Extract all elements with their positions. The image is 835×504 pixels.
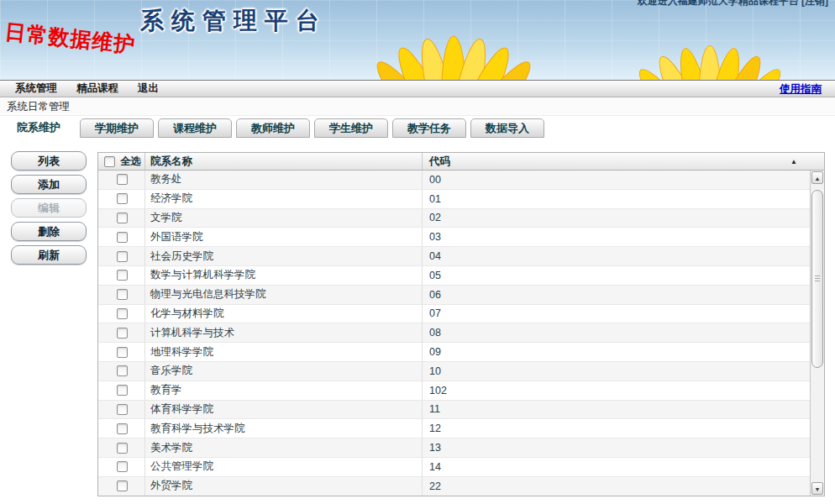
table-row[interactable]: 教务处00 xyxy=(98,171,810,190)
row-checkbox[interactable] xyxy=(117,365,128,376)
row-select-cell xyxy=(98,209,145,228)
dept-code-cell: 06 xyxy=(423,286,810,304)
department-table: 全选 院系名称 代码 ▲ 教务处00经济学院01文学院02外国语学院03社会历史… xyxy=(97,152,825,496)
menu-item-logout[interactable]: 退出 xyxy=(138,81,159,96)
dept-code-cell: 09 xyxy=(423,343,810,361)
scroll-down-button[interactable]: ▼ xyxy=(811,482,823,495)
table-row[interactable]: 计算机科学与技术08 xyxy=(98,323,810,343)
row-checkbox[interactable] xyxy=(117,213,128,223)
tab-student-maintenance[interactable]: 学生维护 xyxy=(314,118,388,138)
table-row[interactable]: 社会历史学院04 xyxy=(98,247,810,266)
dept-name-cell: 文学院 xyxy=(145,209,423,228)
dept-name-cell: 化学与材料学院 xyxy=(145,305,423,323)
dept-code-cell: 11 xyxy=(423,401,810,419)
list-button[interactable]: 列表 xyxy=(11,151,87,171)
table-row[interactable]: 教育学102 xyxy=(98,381,810,401)
row-select-cell xyxy=(98,419,145,438)
scroll-up-button[interactable]: ▲ xyxy=(811,171,823,184)
table-row[interactable]: 公共管理学院14 xyxy=(98,458,810,477)
page: 欢迎进入福建师范大学精品课程平台 [注销] 日常数据维护 系统管理平台 系统管理… xyxy=(0,0,835,504)
row-checkbox[interactable] xyxy=(117,423,128,434)
column-header-name[interactable]: 院系名称 xyxy=(145,153,423,170)
select-all-header: 全选 xyxy=(98,153,145,170)
row-checkbox[interactable] xyxy=(117,193,128,204)
dept-name-cell: 社会历史学院 xyxy=(145,247,423,265)
row-checkbox[interactable] xyxy=(117,328,128,339)
menu-item-quality-courses[interactable]: 精品课程 xyxy=(76,81,118,96)
dept-name-cell: 外国语学院 xyxy=(145,228,423,246)
dept-name-cell: 数学与计算机科学学院 xyxy=(145,266,423,285)
row-checkbox[interactable] xyxy=(117,289,128,300)
refresh-button[interactable]: 刷新 xyxy=(11,245,87,265)
row-checkbox[interactable] xyxy=(117,404,128,415)
row-checkbox[interactable] xyxy=(117,270,128,281)
breadcrumb: 系统日常管理 xyxy=(0,97,835,116)
row-checkbox[interactable] xyxy=(117,385,128,396)
tab-bar: 院系维护学期维护课程维护教师维护学生维护教学任务数据导入 xyxy=(0,116,835,139)
table-row[interactable]: 外贸学院22 xyxy=(98,477,810,496)
scrollbar-thumb[interactable] xyxy=(811,190,823,368)
dept-name-cell: 教育科学与技术学院 xyxy=(145,419,423,438)
dept-name-cell: 公共管理学院 xyxy=(145,458,423,476)
row-checkbox[interactable] xyxy=(117,480,128,491)
add-button[interactable]: 添加 xyxy=(11,175,87,194)
row-checkbox[interactable] xyxy=(117,308,128,319)
tab-teacher-maintenance[interactable]: 教师维护 xyxy=(236,118,310,138)
tab-dept-maintenance[interactable]: 院系维护 xyxy=(2,118,76,140)
table-row[interactable]: 化学与材料学院07 xyxy=(98,305,810,324)
tab-data-import[interactable]: 数据导入 xyxy=(470,118,544,138)
row-select-cell xyxy=(98,247,145,265)
welcome-text: 欢迎进入福建师范大学精品课程平台 [注销] xyxy=(638,0,828,8)
content-area: 列表添加编辑删除刷新 全选 院系名称 代码 ▲ 教务处00经济学院01文学院02… xyxy=(0,139,835,504)
table-row[interactable]: 音乐学院10 xyxy=(98,362,810,381)
row-checkbox[interactable] xyxy=(117,174,128,185)
dept-name-cell: 教务处 xyxy=(145,171,423,189)
vertical-scrollbar[interactable]: ▲ ▼ xyxy=(810,171,824,496)
tab-course-maintenance[interactable]: 课程维护 xyxy=(158,118,232,138)
table-row[interactable]: 教育科学与技术学院12 xyxy=(98,419,810,438)
dept-code-cell: 07 xyxy=(423,305,810,323)
row-select-cell xyxy=(98,362,145,381)
tab-teaching-task[interactable]: 教学任务 xyxy=(392,118,466,138)
delete-button[interactable]: 删除 xyxy=(11,222,87,241)
scrollbar-grip-icon xyxy=(815,276,820,283)
dept-code-cell: 14 xyxy=(423,458,810,476)
dept-code-cell: 12 xyxy=(423,419,810,438)
menu-item-system-management[interactable]: 系统管理 xyxy=(15,81,57,96)
select-all-checkbox[interactable] xyxy=(104,156,115,167)
dept-name-cell: 物理与光电信息科技学院 xyxy=(145,286,423,304)
table-row[interactable]: 经济学院01 xyxy=(98,190,810,209)
dept-code-cell: 03 xyxy=(423,228,810,246)
table-body: 教务处00经济学院01文学院02外国语学院03社会历史学院04数学与计算机科学学… xyxy=(98,171,810,496)
help-guide-link[interactable]: 使用指南 xyxy=(780,82,822,97)
tab-term-maintenance[interactable]: 学期维护 xyxy=(80,118,154,138)
table-row[interactable]: 体育科学学院11 xyxy=(98,401,810,420)
row-select-cell xyxy=(98,343,145,361)
row-select-cell xyxy=(98,438,145,457)
table-row[interactable]: 美术学院13 xyxy=(98,438,810,458)
row-select-cell xyxy=(98,305,145,323)
button-column: 列表添加编辑删除刷新 xyxy=(0,139,97,504)
column-header-code[interactable]: 代码 ▲ xyxy=(423,153,824,170)
table-row[interactable]: 地理科学学院09 xyxy=(98,343,810,362)
dept-code-cell: 04 xyxy=(423,247,810,265)
table-row[interactable]: 文学院02 xyxy=(98,209,810,228)
dept-name-cell: 计算机科学与技术 xyxy=(145,323,423,342)
table-row[interactable]: 物理与光电信息科技学院06 xyxy=(98,286,810,305)
table-row[interactable]: 数学与计算机科学学院05 xyxy=(98,266,810,286)
dept-code-cell: 01 xyxy=(423,190,810,208)
row-select-cell xyxy=(98,401,145,419)
dept-code-cell: 05 xyxy=(423,266,810,285)
row-select-cell xyxy=(98,381,145,400)
row-checkbox[interactable] xyxy=(117,232,128,243)
row-checkbox[interactable] xyxy=(117,461,128,472)
table-row[interactable]: 外国语学院03 xyxy=(98,228,810,247)
dept-name-cell: 经济学院 xyxy=(145,190,423,208)
dept-name-cell: 外贸学院 xyxy=(145,477,423,496)
row-select-cell xyxy=(98,323,145,342)
edit-button: 编辑 xyxy=(11,198,87,218)
row-checkbox[interactable] xyxy=(117,347,128,358)
row-checkbox[interactable] xyxy=(117,251,128,262)
row-checkbox[interactable] xyxy=(117,443,128,454)
row-select-cell xyxy=(98,286,145,304)
